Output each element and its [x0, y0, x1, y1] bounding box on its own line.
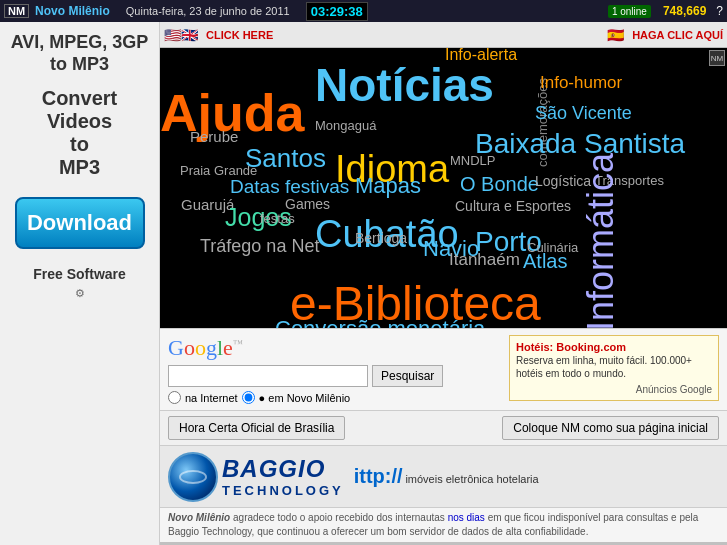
- baggio-banner-text: ittp:// imóveis eletrônica hotelaria: [354, 465, 719, 488]
- ads-google-label: Anúncios Google: [516, 383, 712, 396]
- search-input-row: Pesquisar: [168, 365, 501, 387]
- radio-row: na Internet ● em Novo Milênio: [168, 391, 501, 404]
- nm-logo: NM: [4, 4, 29, 18]
- baggio-sphere-icon: [168, 452, 218, 502]
- online-status: 1 online: [608, 5, 651, 18]
- search-button[interactable]: Pesquisar: [372, 365, 443, 387]
- date-display: Quinta-feira, 23 de junho de 2011: [126, 5, 290, 17]
- haga-clic-link[interactable]: HAGA CLIC AQUÍ: [632, 29, 723, 41]
- gear-icon: ⚙: [75, 287, 85, 300]
- right-content: 🇺🇸🇬🇧 CLICK HERE 🇪🇸 HAGA CLIC AQUÍ NM Aju…: [160, 22, 727, 545]
- radio-nm-label: ● em Novo Milênio: [259, 392, 351, 404]
- baggio-banner: BAGGIO TECHNOLOGY ittp:// imóveis eletrô…: [160, 445, 727, 507]
- search-area: Google™ Pesquisar na Internet ● em Novo …: [160, 328, 727, 410]
- baggio-right-content: ittp:// imóveis eletrônica hotelaria: [354, 465, 719, 488]
- bottom-text: Novo Milênio agradece todo o apoio receb…: [160, 507, 727, 542]
- left-sidebar: AVI, MPEG, 3GP to MP3 ConvertVideostoMP3…: [0, 22, 160, 545]
- nm-watermark: NM: [709, 50, 725, 66]
- es-flag-icon: 🇪🇸: [607, 27, 624, 43]
- click-here-link[interactable]: CLICK HERE: [206, 29, 273, 41]
- help-icon[interactable]: ?: [716, 4, 723, 18]
- free-software-label: Free Software: [33, 265, 126, 283]
- converter-title: AVI, MPEG, 3GP to MP3: [6, 32, 153, 75]
- hora-certa-button[interactable]: Hora Certa Oficial de Brasília: [168, 416, 345, 440]
- buttons-row: Hora Certa Oficial de Brasília Coloque N…: [160, 410, 727, 445]
- time-display: 03:29:38: [306, 2, 368, 21]
- points-display: 748,669: [663, 4, 706, 18]
- booking-title: Hotéis: Booking.com: [516, 340, 712, 354]
- convert-label: ConvertVideostoMP3: [42, 87, 118, 179]
- radio-internet-label: na Internet: [185, 392, 238, 404]
- booking-desc: Reserva em linha, muito fácil. 100.000+ …: [516, 354, 712, 380]
- radio-nm[interactable]: [242, 391, 255, 404]
- bottom-text-content: Novo Milênio agradece todo o apoio receb…: [168, 512, 698, 537]
- word-cloud: NM AjudaNotíciasInfo-alertacomemoraçõesI…: [160, 48, 727, 328]
- ads-panel: Hotéis: Booking.com Reserva em linha, mu…: [509, 335, 719, 401]
- download-button[interactable]: Download: [15, 197, 145, 249]
- baggio-name: BAGGIO: [222, 455, 344, 483]
- site-name: Novo Milênio: [35, 4, 110, 18]
- us-flag-icon: 🇺🇸🇬🇧: [164, 27, 198, 43]
- radio-internet[interactable]: [168, 391, 181, 404]
- baggio-logo: BAGGIO TECHNOLOGY: [168, 452, 344, 502]
- top-bar: NM Novo Milênio Quinta-feira, 23 de junh…: [0, 0, 727, 22]
- nos-dias-link[interactable]: nos dias: [448, 512, 485, 523]
- main-layout: AVI, MPEG, 3GP to MP3 ConvertVideostoMP3…: [0, 22, 727, 545]
- baggio-text: BAGGIO TECHNOLOGY: [222, 455, 344, 498]
- google-logo: Google™: [168, 335, 501, 361]
- search-left: Google™ Pesquisar na Internet ● em Novo …: [168, 335, 501, 404]
- baggio-tech: TECHNOLOGY: [222, 483, 344, 498]
- baggio-sphere-ring: [179, 470, 207, 484]
- coloque-nm-button[interactable]: Coloque NM como sua página inicial: [502, 416, 719, 440]
- search-input[interactable]: [168, 365, 368, 387]
- banner-top: 🇺🇸🇬🇧 CLICK HERE 🇪🇸 HAGA CLIC AQUÍ: [160, 22, 727, 48]
